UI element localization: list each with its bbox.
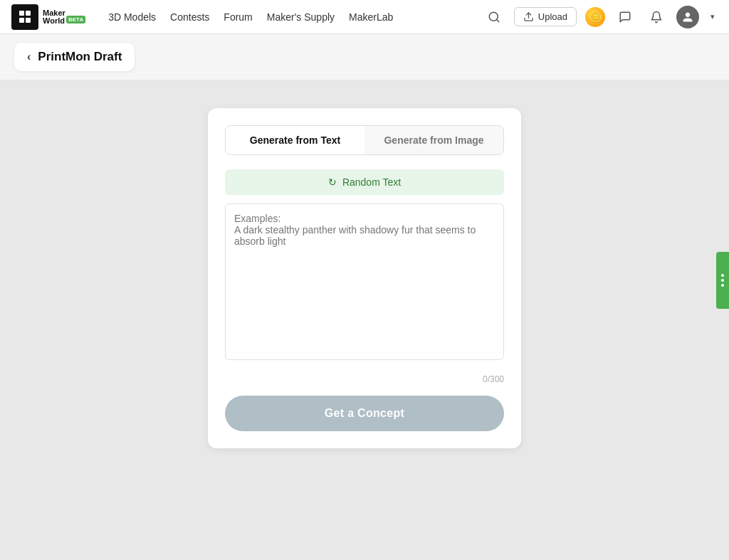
bell-icon: [650, 11, 663, 23]
nav-forum[interactable]: Forum: [224, 11, 252, 23]
nav-contests[interactable]: Contests: [170, 11, 209, 23]
side-panel[interactable]: [716, 252, 729, 309]
svg-line-1: [496, 19, 498, 21]
upload-button[interactable]: Upload: [514, 7, 577, 26]
prompt-textarea[interactable]: [225, 204, 504, 360]
search-button[interactable]: [483, 6, 505, 28]
side-panel-dot: [721, 279, 724, 282]
side-panel-dot: [721, 274, 724, 277]
beta-badge: BETA: [66, 16, 85, 23]
logo-text: Maker WorldBETA: [43, 9, 85, 25]
logo-world-text: WorldBETA: [43, 17, 85, 25]
page-title: PrintMon Draft: [38, 50, 122, 64]
random-text-label: Random Text: [342, 176, 401, 188]
tab-generate-image[interactable]: Generate from Image: [364, 126, 503, 154]
navbar: Maker WorldBETA 3D Models Contests Forum…: [0, 0, 729, 34]
upload-label: Upload: [538, 11, 567, 22]
breadcrumb-card: ‹ PrintMon Draft: [14, 43, 135, 71]
side-panel-dot: [721, 284, 724, 287]
search-icon: [488, 11, 500, 23]
upload-icon: [523, 11, 534, 22]
breadcrumb-bar: ‹ PrintMon Draft: [0, 34, 729, 80]
message-icon: [619, 11, 631, 23]
logo[interactable]: Maker WorldBETA: [11, 4, 85, 30]
back-button[interactable]: ‹: [27, 51, 31, 63]
char-count: 0/300: [225, 374, 504, 384]
get-concept-button[interactable]: Get a Concept: [225, 396, 504, 431]
notifications-button[interactable]: [645, 6, 668, 28]
nav-links: 3D Models Contests Forum Maker's Supply …: [108, 11, 393, 23]
avatar-icon: [682, 11, 693, 23]
messages-button[interactable]: [614, 6, 636, 28]
nav-3d-models[interactable]: 3D Models: [108, 11, 156, 23]
coin-icon[interactable]: 🪙: [585, 7, 605, 27]
generate-card: Generate from Text Generate from Image ↻…: [208, 108, 521, 448]
random-text-button[interactable]: ↻ Random Text: [225, 169, 504, 195]
avatar[interactable]: [676, 6, 699, 28]
textarea-wrapper: [225, 204, 504, 363]
refresh-icon: ↻: [328, 176, 337, 188]
tab-bar: Generate from Text Generate from Image: [225, 125, 504, 155]
main-content: Generate from Text Generate from Image ↻…: [0, 80, 729, 477]
nav-makers-supply[interactable]: Maker's Supply: [267, 11, 335, 23]
nav-makerlab[interactable]: MakerLab: [349, 11, 393, 23]
logo-box: [11, 4, 38, 30]
nav-right: Upload 🪙 ▾: [483, 6, 718, 28]
user-menu-button[interactable]: ▾: [708, 6, 718, 28]
tab-generate-text[interactable]: Generate from Text: [226, 126, 364, 154]
